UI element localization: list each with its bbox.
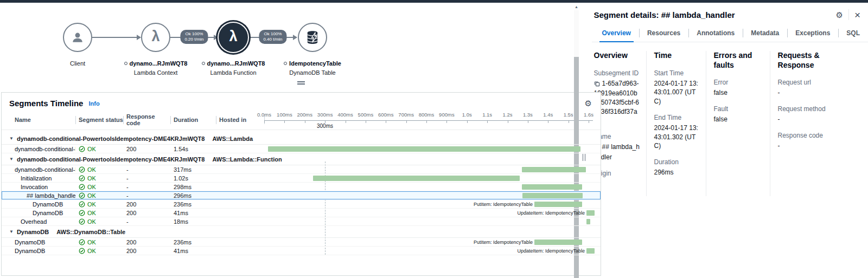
bar-operation-label: UpdateItem: IdempotencyTable (517, 210, 585, 216)
segment-name: Overhead (2, 218, 75, 225)
info-link[interactable]: Info (88, 100, 99, 107)
detail-field: End Time2024-01-17 13:43:01.302 (UTC) (654, 114, 700, 151)
field-value: - (778, 89, 780, 96)
node-dynamodb-table[interactable] (298, 23, 327, 52)
chevron-down-icon[interactable]: ▼ (9, 136, 14, 141)
segment-name: DynamoDB (2, 201, 75, 208)
segment-row[interactable]: DynamoDBOK20041msUpdateItem: Idempotency… (2, 209, 601, 217)
axis-tick (284, 120, 285, 123)
segment-row[interactable]: InvocationOK-298ms (2, 183, 601, 191)
group-name: dynamodb-conditional-PowertoolsIdempoten… (17, 156, 205, 163)
duration-bar[interactable] (522, 193, 583, 198)
segment-row[interactable]: DynamoDBOK200236msPutItem: IdempotencyTa… (2, 238, 601, 247)
response-code: - (123, 218, 170, 225)
field-label: Response code (778, 132, 857, 139)
chevron-down-icon[interactable]: ▼ (9, 229, 14, 234)
duration-bar[interactable] (522, 167, 586, 172)
axis-tick-label: 1.0s (462, 112, 472, 118)
timeline-chart-cell (264, 145, 601, 153)
segment-status: OK (87, 175, 96, 182)
column-header-duration[interactable]: Duration (170, 110, 216, 130)
group-service-type: AWS::Lambda (212, 135, 253, 142)
segment-row[interactable]: OverheadOK-18ms (2, 217, 601, 226)
field-label: Start Time (654, 69, 700, 77)
duration-bar[interactable] (586, 219, 590, 224)
axis-tick (305, 120, 305, 123)
axis-tick-label: 800ms (419, 112, 435, 118)
timeline-table-header: Name Segment status Response code Durati… (2, 110, 601, 130)
panel-settings-gear-icon[interactable]: ⚙ (835, 11, 843, 19)
badge-status: Ok 100% (184, 31, 203, 37)
axis-tick-label: 900ms (439, 112, 455, 118)
bar-operation-label: UpdateItem: IdempotencyTable (517, 248, 585, 254)
segment-name: DynamoDB (2, 239, 75, 245)
detail-field: Request method- (778, 105, 857, 124)
tab-overview[interactable]: Overview (594, 27, 639, 42)
timeline-chart-cell (264, 174, 601, 182)
segment-group-row[interactable]: ▼DynamoDBAWS::DynamoDB::Table (2, 226, 601, 238)
node-client[interactable] (63, 23, 92, 52)
duration-bar[interactable] (586, 210, 595, 216)
axis-tick (487, 120, 488, 123)
segment-status: OK (87, 146, 96, 152)
timeline-chart-cell: PutItem: IdempotencyTable (264, 200, 601, 208)
axis-tick-label: 400ms (337, 112, 353, 118)
node-label: Client (70, 60, 85, 67)
map-resize-handle[interactable] (297, 80, 305, 86)
segment-row-selected[interactable]: ## lambda_handlerOK-296ms (2, 191, 601, 200)
node-lambda-function[interactable]: λ (219, 23, 248, 52)
chevron-down-icon[interactable]: ▼ (9, 157, 14, 161)
duration: 1.54s (170, 146, 216, 152)
segments-timeline-panel: Segments Timeline Info ⚙ Name Segment st… (1, 92, 601, 276)
node-lambda-context[interactable]: λ (141, 23, 170, 52)
axis-tick-label: 500ms (358, 112, 374, 118)
user-icon (70, 30, 85, 45)
segment-details-tabs: OverviewResourcesAnnotationsMetadataExce… (592, 27, 868, 42)
tab-sql[interactable]: SQL (838, 27, 868, 42)
duration-bar[interactable] (522, 184, 582, 190)
field-value: false (714, 115, 727, 123)
badge-rate: 0.20 t/min (184, 37, 203, 42)
divider (848, 9, 849, 20)
duration: 296ms (170, 192, 216, 199)
axis-tick (346, 120, 346, 123)
column-header-name[interactable]: Name (2, 110, 75, 130)
segment-row[interactable]: dynamodb-conditional-P...OK2001.54s (2, 145, 601, 153)
tab-annotations[interactable]: Annotations (688, 27, 743, 42)
duration-bar[interactable] (313, 176, 520, 181)
detail-field: Errorfalse (714, 79, 764, 98)
axis-tick-label: 0.0ms (257, 112, 271, 118)
close-icon[interactable]: × (854, 10, 860, 20)
tab-resources[interactable]: Resources (639, 27, 688, 42)
lambda-icon: λ (229, 29, 237, 46)
column-header-response-code[interactable]: Response code (123, 110, 170, 130)
axis-tick (467, 120, 468, 123)
tab-metadata[interactable]: Metadata (743, 27, 787, 42)
field-value: false (714, 89, 727, 96)
response-code: 200 (123, 201, 170, 208)
segment-group-row[interactable]: ▼dynamodb-conditional-PowertoolsIdempote… (2, 133, 601, 145)
tab-exceptions[interactable]: Exceptions (787, 27, 838, 42)
detail-field: Faultfalse (714, 105, 764, 124)
segment-row[interactable]: DynamoDBOK200236msPutItem: IdempotencyTa… (2, 200, 601, 209)
duration: 41ms (170, 248, 216, 254)
segment-group-row[interactable]: ▼dynamodb-conditional-PowertoolsIdempote… (2, 153, 601, 165)
timeline-chart-cell (264, 191, 601, 199)
duration-bar[interactable] (586, 248, 595, 254)
segment-row[interactable]: DynamoDBOK20041msUpdateItem: Idempotency… (2, 247, 601, 255)
timeline-chart-cell: UpdateItem: IdempotencyTable (264, 247, 601, 255)
trace-view-main: Ok 100% 0.20 t/min Ok 100% 0.40 t/min Cl… (0, 3, 573, 278)
section-heading: Requests & Response (778, 51, 857, 70)
duration: 18ms (170, 218, 216, 225)
segment-row[interactable]: InitializationOK-1.02s (2, 174, 601, 183)
duration-bar[interactable] (534, 202, 582, 207)
duration-bar[interactable] (268, 146, 580, 152)
duration-bar[interactable] (534, 240, 582, 245)
response-code: - (123, 175, 170, 182)
column-header-segment-status[interactable]: Segment status (75, 110, 123, 130)
segment-row[interactable]: dynamodb-conditional-P...OK-317ms (2, 165, 601, 174)
node-label: dynamo...RJmWQT8 (207, 60, 265, 67)
badge-status: Ok 100% (263, 31, 282, 37)
axis-tick (366, 120, 366, 123)
status-dot-icon (124, 62, 127, 65)
